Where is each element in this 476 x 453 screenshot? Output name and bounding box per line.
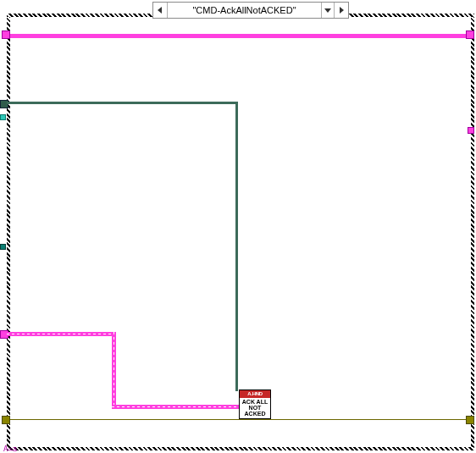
node-line-2: NOT <box>240 405 270 411</box>
tunnel-left-small-2 <box>0 244 6 250</box>
case-label: "CMD-AckAllNotACKED" <box>168 3 321 18</box>
wire-olive-bottom <box>7 419 469 420</box>
node-body: ACK ALL NOT ACKED <box>240 398 270 418</box>
svg-marker-1 <box>324 8 331 13</box>
tunnel-left-pink-top <box>2 30 10 39</box>
svg-marker-0 <box>158 7 162 14</box>
wire-cluster-v1 <box>112 332 116 408</box>
case-dropdown-button[interactable] <box>321 3 334 18</box>
case-prev-button[interactable] <box>153 3 168 18</box>
case-structure <box>3 10 476 453</box>
triangle-right-icon <box>338 7 345 14</box>
node-header: A.HND <box>240 390 270 398</box>
wire-cluster-h2 <box>112 405 239 409</box>
tunnel-right-pink-top <box>466 30 474 39</box>
wire-pink-top <box>7 34 469 38</box>
tunnel-right-pink-sm <box>468 127 474 134</box>
node-line-1: ACK ALL <box>240 399 270 405</box>
triangle-left-icon <box>157 7 163 14</box>
corner-label: A=a <box>3 445 17 453</box>
node-line-3: ACKED <box>240 411 270 417</box>
case-next-button[interactable] <box>334 3 348 18</box>
wire-cluster-h1 <box>7 332 115 336</box>
tunnel-left-olive <box>2 416 10 424</box>
tunnel-right-olive <box>466 416 474 424</box>
tunnel-left-small-1 <box>0 114 6 120</box>
case-selector[interactable]: "CMD-AckAllNotACKED" <box>152 2 349 19</box>
wire-green-v1 <box>235 102 238 391</box>
wire-green-h1 <box>7 102 237 104</box>
triangle-down-icon <box>324 7 331 14</box>
ack-all-not-acked-vi[interactable]: A.HND ACK ALL NOT ACKED <box>239 389 271 419</box>
svg-marker-2 <box>340 7 344 14</box>
